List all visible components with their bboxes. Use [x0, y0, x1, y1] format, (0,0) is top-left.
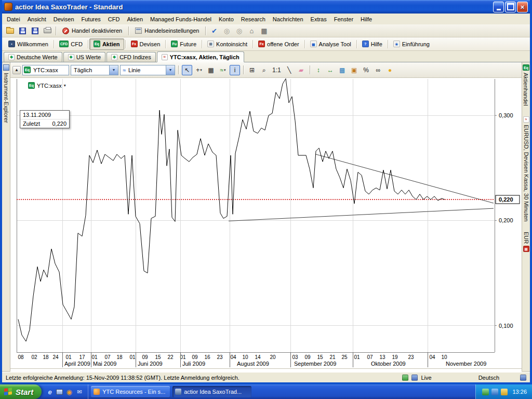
module-offene-order[interactable]: Fxoffene Order	[254, 38, 303, 50]
module-future[interactable]: FuFuture	[167, 38, 201, 50]
internet-explorer-icon[interactable]: e	[46, 388, 54, 396]
tooltip-date: 13.11.2009	[20, 111, 69, 119]
taskbar-item-ytc-resources[interactable]: YTC Resources - Ein s...	[91, 386, 170, 397]
chevron-down-icon[interactable]: ▾	[64, 83, 66, 88]
tab-us-werte[interactable]: ◆US Werte	[63, 52, 105, 62]
disable-trading-button[interactable]: Handel deaktivieren	[59, 25, 126, 36]
home-button[interactable]: ⌂	[246, 25, 257, 36]
record-button-2[interactable]: ◎	[233, 25, 245, 36]
chart-area[interactable]: 0,3000,2000,1000,22008021824011701071801…	[10, 78, 522, 372]
menu-item-cfd[interactable]: CFD	[104, 15, 124, 24]
menu-item-ansicht[interactable]: Ansicht	[24, 15, 50, 24]
layout-button[interactable]: ▦	[258, 25, 270, 36]
svg-text:04: 04	[230, 354, 236, 360]
dock-label[interactable]: Aktienhandel	[523, 73, 529, 106]
chevron-down-icon[interactable]: ▼	[109, 65, 118, 75]
dock-label[interactable]: EURUSD, Devisen Kassa, 30 Minuten	[523, 125, 529, 221]
alert-bell-icon[interactable]: ●	[385, 65, 395, 75]
record-button-1[interactable]: ◎	[221, 25, 232, 36]
volume-tray-icon[interactable]	[501, 389, 508, 395]
legend-symbol: YTC:xasx	[37, 83, 62, 89]
zoom-in-tool[interactable]: ⌕	[259, 65, 269, 75]
module-einführung[interactable]: ◉Einführung	[389, 38, 434, 50]
display-tray-icon[interactable]	[491, 389, 498, 395]
separator	[205, 26, 206, 35]
menu-item-devisen[interactable]: Devisen	[50, 15, 78, 24]
module-willkommen[interactable]: ▪Willkommen	[4, 38, 52, 50]
menu-item-fenster[interactable]: Fenster	[330, 15, 357, 24]
saxotrader-window-icon	[175, 389, 181, 395]
fit-vertical-tool[interactable]: ↕	[313, 65, 324, 75]
chevron-down-icon[interactable]: ▼	[166, 65, 175, 75]
confirm-edit-button[interactable]: ✔	[208, 25, 220, 36]
tab-deutsche-werte[interactable]: ◆Deutsche Werte	[4, 52, 62, 62]
detach-window-tool[interactable]: ▣	[349, 65, 360, 75]
chart-settings-tool[interactable]: ▩	[337, 65, 348, 75]
module-hilfe[interactable]: ?Hilfe	[358, 38, 387, 50]
instrument-explorer-label[interactable]: Instrument-Explorer	[3, 73, 9, 123]
start-button[interactable]: Start	[0, 384, 42, 399]
start-label: Start	[16, 388, 33, 396]
trendline-tool[interactable]: ╲	[284, 65, 295, 75]
media-player-icon[interactable]: ◉	[65, 388, 73, 396]
menu-item-konto[interactable]: Konto	[215, 15, 237, 24]
close-button[interactable]: ×	[517, 2, 528, 12]
indicator-menu[interactable]: ≈▾	[218, 65, 228, 75]
open-button[interactable]	[4, 25, 16, 36]
instrument-explorer-panel[interactable]: Instrument-Explorer	[2, 62, 10, 372]
tab-ytc-xasx-aktien-täglich[interactable]: ≈YTC:xasx, Aktien, Täglich	[157, 51, 244, 62]
zoom-reset[interactable]: 1:1	[271, 65, 283, 75]
email-icon[interactable]: ✉	[75, 388, 84, 396]
svg-text:04: 04	[429, 354, 435, 360]
module-devisen[interactable]: FxDevisen	[127, 38, 165, 50]
save-all-button[interactable]	[29, 25, 41, 36]
symbol-input[interactable]: Eq YTC:xasx	[22, 65, 69, 75]
eraser-tool[interactable]: ▰	[296, 65, 307, 75]
fit-horizontal-tool[interactable]: ↔	[325, 65, 336, 75]
info-tool[interactable]: i	[230, 65, 240, 75]
cursor-tool[interactable]: ↖	[182, 65, 192, 75]
account-overview-icon: ▦	[207, 41, 214, 47]
taskbar-item-saxotrader[interactable]: actior Idea SaxoTrad...	[172, 386, 251, 397]
menu-item-datei[interactable]: Datei	[3, 15, 24, 24]
save-icon	[19, 28, 26, 34]
menu-item-nachrichten[interactable]: Nachrichten	[269, 15, 307, 24]
dock-panel-aktienhandel[interactable]: Eq Aktienhandel	[523, 64, 529, 106]
module-aktien[interactable]: EqAktien	[89, 38, 124, 50]
taskbar-clock: 13:26	[512, 389, 527, 395]
security-tray-icon[interactable]	[482, 389, 489, 395]
module-kontoinsicht[interactable]: ▦Kontoinsicht	[203, 38, 251, 50]
dock-panel-eur[interactable]: EUR ▦	[523, 232, 529, 252]
symbol-value[interactable]: YTC:xasx	[32, 67, 60, 73]
zoom-window-tool[interactable]: ⊞	[247, 65, 257, 75]
period-select[interactable]: Täglich ▼	[71, 65, 118, 75]
collapse-toolbar-button[interactable]: ▲	[12, 66, 21, 74]
style-select[interactable]: ≈ Linie ▼	[120, 65, 175, 75]
menu-item-extras[interactable]: Extras	[307, 15, 330, 24]
menu-item-aktien[interactable]: Aktien	[123, 15, 147, 24]
help-icon: ?	[362, 41, 369, 47]
svg-text:10: 10	[242, 354, 248, 360]
trade-settings-button[interactable]: Handelseinstellungen	[131, 25, 203, 36]
menu-item-hilfe[interactable]: Hilfe	[357, 15, 376, 24]
minimize-button[interactable]	[493, 2, 504, 12]
menu-item-research[interactable]: Research	[237, 15, 269, 24]
link-charts-tool[interactable]: ∞	[373, 65, 383, 75]
module-cfd[interactable]: CFDCFD	[55, 38, 87, 50]
maximize-button[interactable]	[505, 2, 516, 12]
menu-item-managed-funds-handel[interactable]: Managed Funds-Handel	[147, 15, 215, 24]
menu-item-futures[interactable]: Futures	[78, 15, 104, 24]
print-button[interactable]	[42, 25, 53, 36]
save-button[interactable]	[17, 25, 28, 36]
module-analyse-tool[interactable]: ▅Analyse Tool	[306, 38, 355, 50]
crosshair-tool[interactable]: +▾	[194, 65, 204, 75]
dock-panel-eurusd-chart[interactable]: ≈ EURUSD, Devisen Kassa, 30 Minuten	[523, 116, 529, 221]
percent-link-tool[interactable]: %	[361, 65, 371, 75]
grid-toggle[interactable]: ▦	[206, 65, 216, 75]
tab-label: US Werte	[76, 54, 101, 60]
tab-cfd-indizes[interactable]: ◆CFD Indizes	[107, 52, 156, 62]
show-desktop-icon[interactable]	[56, 389, 63, 395]
chart-legend[interactable]: Eq YTC:xasx ▾	[28, 82, 66, 89]
dock-label[interactable]: EUR	[523, 232, 529, 244]
svg-text:01: 01	[91, 354, 98, 360]
